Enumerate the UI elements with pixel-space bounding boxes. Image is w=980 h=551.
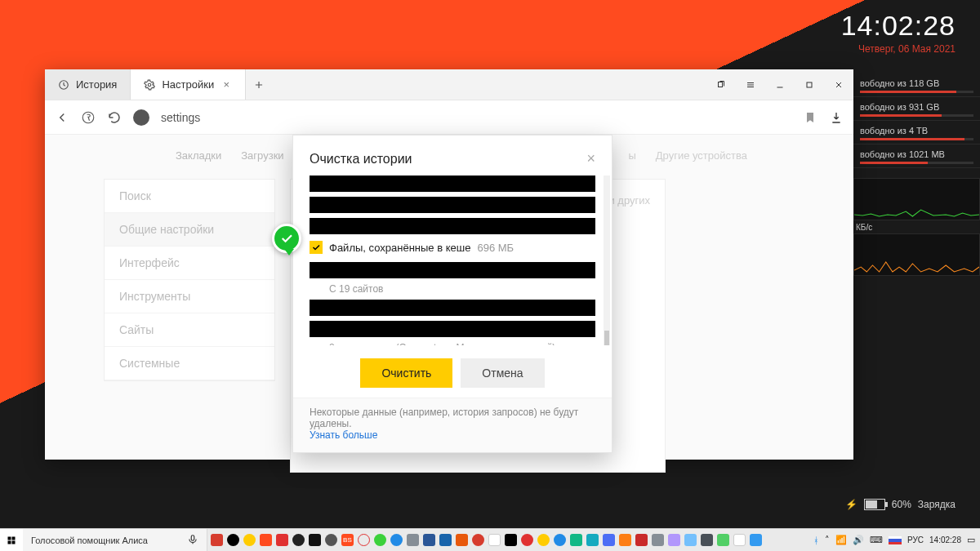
app-icon[interactable] [701, 534, 713, 546]
battery-pct: 60% [892, 499, 911, 510]
app-icon[interactable] [309, 534, 321, 546]
bookmark-icon[interactable] [803, 110, 817, 125]
sidebar-item-sites[interactable]: Сайты [105, 313, 274, 347]
site-info-icon[interactable] [133, 109, 149, 126]
svg-point-1 [149, 83, 152, 87]
app-icon[interactable] [554, 534, 566, 546]
topnav-right1[interactable]: ы [628, 149, 635, 162]
app-icon[interactable] [243, 534, 256, 546]
bluetooth-icon[interactable]: ᚼ [813, 535, 819, 545]
app-icon[interactable] [570, 534, 582, 546]
app-icon[interactable] [472, 534, 484, 546]
back-button[interactable] [55, 110, 69, 125]
clear-history-modal: Очистка истории × Файлы, сохранённые в к… [292, 135, 612, 453]
reload-button[interactable] [107, 110, 122, 125]
clock-date: Четверг, 06 Мая 2021 [841, 43, 956, 55]
app-icon[interactable] [537, 534, 550, 546]
tab-history[interactable]: История [45, 69, 131, 100]
cancel-button[interactable]: Отмена [461, 358, 544, 388]
cache-option-row[interactable]: Файлы, сохранённые в кеше 696 МБ [310, 239, 595, 257]
tabs-overview-button[interactable] [706, 69, 736, 100]
close-window-button[interactable] [824, 69, 853, 100]
app-icon[interactable] [505, 534, 517, 546]
redacted-row [310, 218, 595, 234]
app-icon[interactable] [619, 534, 631, 546]
app-icon[interactable] [603, 534, 615, 546]
app-icon[interactable] [374, 534, 386, 546]
tab-close-button[interactable]: × [220, 78, 232, 91]
learn-more-link[interactable]: Узнать больше [310, 429, 377, 441]
url-field[interactable]: settings [161, 111, 200, 124]
sites-hint: С 19 сайтов [310, 283, 595, 295]
modal-scroll-thumb[interactable] [604, 331, 609, 345]
wifi-icon[interactable]: 📶 [835, 535, 847, 545]
svg-rect-2 [719, 82, 723, 87]
app-icon[interactable] [407, 534, 419, 546]
tab-label: Настройки [162, 78, 214, 91]
tray-chevron-up-icon[interactable]: ˄ [825, 535, 830, 545]
cache-checkbox[interactable] [310, 241, 323, 254]
app-icon[interactable] [635, 534, 648, 546]
downloads-icon[interactable] [829, 110, 844, 125]
app-icon[interactable] [358, 534, 370, 546]
app-icon[interactable] [423, 534, 435, 546]
modal-scrollbar[interactable] [604, 176, 610, 345]
new-tab-button[interactable] [246, 69, 272, 100]
sidebar-item-general[interactable]: Общие настройки [105, 213, 274, 247]
app-icon[interactable] [260, 534, 272, 546]
modal-options-list[interactable]: Файлы, сохранённые в кеше 696 МБ С 19 са… [310, 176, 607, 345]
app-icon[interactable] [733, 534, 746, 546]
sidebar-item-interface[interactable]: Интерфейс [105, 247, 274, 280]
lang-flag-icon[interactable] [889, 536, 902, 544]
menu-button[interactable] [736, 69, 765, 100]
app-icon[interactable] [586, 534, 599, 546]
battery-state: Зарядка [918, 499, 956, 510]
clear-button[interactable]: Очистить [360, 358, 452, 388]
app-icon[interactable] [684, 534, 697, 546]
modal-close-button[interactable]: × [586, 150, 595, 167]
system-tray[interactable]: ᚼ ˄ 📶 🔊 ⌨ РУС 14:02:28 ▭ [813, 535, 980, 545]
app-icon[interactable] [211, 534, 223, 546]
app-icon[interactable]: BS [341, 534, 354, 546]
clock-time: 14:02:28 [841, 10, 956, 42]
redacted-row [310, 262, 595, 278]
yandex-icon[interactable] [81, 110, 96, 125]
tray-time[interactable]: 14:02:28 [929, 535, 961, 544]
app-icon[interactable] [439, 534, 452, 546]
sidebar-item-search[interactable]: Поиск [105, 180, 274, 213]
app-icon[interactable] [668, 534, 680, 546]
disk-row: вободно из 118 GB [853, 73, 980, 97]
taskbar-pinned-apps[interactable]: BS [207, 534, 765, 546]
sidebar-item-system[interactable]: Системные [105, 347, 274, 380]
minimize-button[interactable] [765, 69, 795, 100]
taskbar-assistant[interactable]: Голосовой помощник Алиса [23, 529, 207, 551]
maximize-button[interactable] [795, 69, 824, 100]
app-icon[interactable] [292, 534, 305, 546]
volume-icon[interactable]: 🔊 [853, 535, 864, 545]
app-icon[interactable] [521, 534, 533, 546]
taskbar[interactable]: Голосовой помощник Алиса BS [0, 528, 980, 551]
topnav-devices[interactable]: Другие устройства [656, 149, 747, 162]
app-icon[interactable] [227, 534, 239, 546]
tab-settings[interactable]: Настройки × [131, 69, 246, 100]
assistant-label: Голосовой помощник Алиса [31, 535, 148, 545]
action-center-icon[interactable]: ▭ [967, 535, 975, 545]
sidebar-item-tools[interactable]: Инструменты [105, 280, 274, 313]
start-button[interactable] [0, 529, 23, 552]
svg-rect-9 [191, 535, 194, 540]
keyboard-icon[interactable]: ⌨ [870, 535, 883, 545]
app-icon[interactable] [456, 534, 468, 546]
app-icon[interactable] [390, 534, 403, 546]
address-bar: settings [45, 100, 853, 135]
topnav-downloads[interactable]: Загрузки [241, 149, 283, 162]
app-icon[interactable] [488, 534, 501, 546]
lang-label[interactable]: РУС [907, 535, 924, 544]
app-icon[interactable] [717, 534, 729, 546]
app-icon[interactable] [652, 534, 664, 546]
mic-icon[interactable] [187, 534, 198, 547]
app-icon[interactable] [276, 534, 288, 546]
topnav-bookmarks[interactable]: Закладки [176, 149, 221, 162]
app-icon[interactable] [325, 534, 337, 546]
tab-label: История [76, 78, 117, 91]
app-icon[interactable] [750, 534, 762, 546]
